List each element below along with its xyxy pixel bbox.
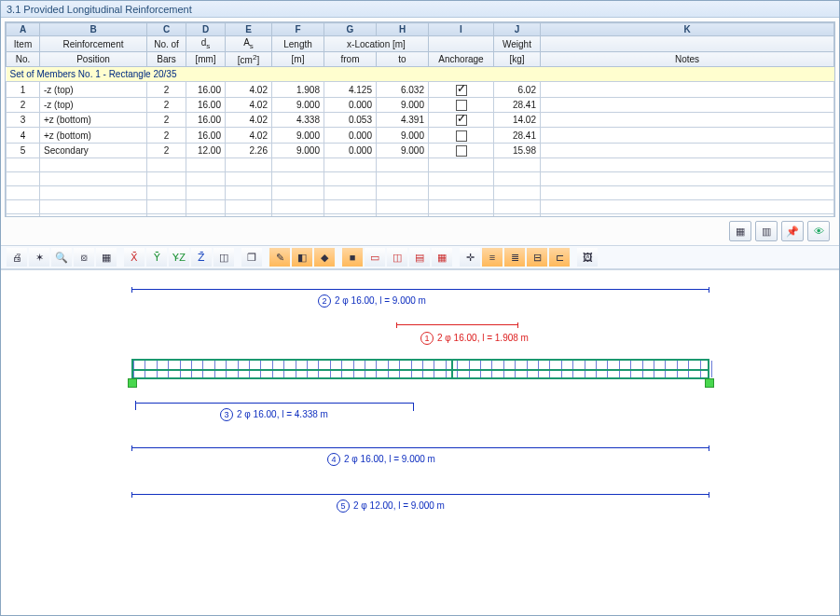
- cell-to[interactable]: 9.000: [377, 97, 429, 112]
- col-letter[interactable]: B: [40, 23, 147, 36]
- col-letter[interactable]: K: [541, 23, 834, 36]
- col-letter[interactable]: A: [7, 23, 40, 36]
- cell-len[interactable]: 9.000: [272, 143, 324, 157]
- cell-from[interactable]: 0.000: [324, 97, 377, 112]
- cell-no[interactable]: 1: [7, 82, 40, 97]
- axis-yz-button[interactable]: Y̵Z: [169, 248, 189, 267]
- section-view-button[interactable]: ■: [342, 248, 363, 267]
- cell-weight[interactable]: 28.41: [494, 97, 541, 112]
- col-letter[interactable]: I: [429, 23, 494, 36]
- section-row[interactable]: Set of Members No. 1 - Rectangle 20/35: [7, 67, 834, 82]
- cell-no[interactable]: 2: [7, 97, 40, 112]
- bar-button-4[interactable]: ⊏: [549, 248, 570, 267]
- print-button[interactable]: 🖨: [7, 248, 27, 267]
- cell-pos[interactable]: +z (bottom): [40, 128, 147, 143]
- cell-len[interactable]: 4.338: [272, 113, 324, 128]
- cell-as[interactable]: 2.26: [226, 143, 272, 157]
- filter-button[interactable]: ▥: [755, 221, 778, 241]
- col-letter[interactable]: D: [186, 23, 226, 36]
- col-letter[interactable]: H: [377, 23, 429, 36]
- cell-from[interactable]: 0.053: [324, 113, 377, 128]
- cell-to[interactable]: 4.391: [377, 113, 429, 128]
- anchorage-checkbox[interactable]: [456, 115, 467, 126]
- pin-button[interactable]: 📌: [781, 221, 804, 241]
- cell-ds[interactable]: 16.00: [186, 113, 226, 128]
- cell-ds[interactable]: 16.00: [186, 128, 226, 143]
- cell-anchorage[interactable]: [429, 97, 494, 112]
- mode-button-1[interactable]: ✎: [269, 248, 290, 267]
- cell-bars[interactable]: 2: [147, 143, 186, 157]
- cell-notes[interactable]: [541, 143, 834, 157]
- diagram-viewport[interactable]: 22 φ 16.00, l = 9.000 m 12 φ 16.00, l = …: [1, 269, 839, 615]
- cell-pos[interactable]: +z (bottom): [40, 113, 147, 128]
- view-button[interactable]: 👁: [807, 221, 830, 241]
- cell-notes[interactable]: [541, 97, 834, 112]
- cell-as[interactable]: 4.02: [226, 113, 272, 128]
- cell-ds[interactable]: 16.00: [186, 82, 226, 97]
- render-button[interactable]: 🖼: [577, 248, 598, 267]
- cell-from[interactable]: 0.000: [324, 128, 377, 143]
- cell-len[interactable]: 9.000: [272, 97, 324, 112]
- cell-bars[interactable]: 2: [147, 128, 186, 143]
- cell-pos[interactable]: -z (top): [40, 97, 147, 112]
- cell-as[interactable]: 4.02: [226, 128, 272, 143]
- col-letter[interactable]: J: [494, 23, 541, 36]
- cell-len[interactable]: 1.908: [272, 82, 324, 97]
- axis-y-button[interactable]: Ȳ: [146, 248, 167, 267]
- cell-no[interactable]: 5: [7, 143, 40, 157]
- export-button[interactable]: ▦: [729, 221, 751, 241]
- cell-notes[interactable]: [541, 82, 834, 97]
- cell-anchorage[interactable]: [429, 143, 494, 157]
- cell-len[interactable]: 9.000: [272, 128, 324, 143]
- mode-button-3[interactable]: ◆: [314, 248, 335, 267]
- iso-button[interactable]: ◫: [213, 248, 234, 267]
- cell-weight[interactable]: 6.02: [494, 82, 541, 97]
- cell-to[interactable]: 9.000: [377, 143, 429, 157]
- cell-to[interactable]: 6.032: [377, 82, 429, 97]
- cell-weight[interactable]: 15.98: [494, 143, 541, 157]
- layout-button-3[interactable]: ▤: [409, 248, 430, 267]
- bar-button-1[interactable]: ≡: [482, 248, 503, 267]
- table-row[interactable]: 2-z (top)216.004.029.0000.0009.00028.41: [7, 97, 834, 112]
- cell-to[interactable]: 9.000: [377, 128, 429, 143]
- cell-anchorage[interactable]: [429, 128, 494, 143]
- cell-as[interactable]: 4.02: [226, 82, 272, 97]
- table-row[interactable]: 4+z (bottom)216.004.029.0000.0009.00028.…: [7, 128, 834, 143]
- col-letter[interactable]: G: [324, 23, 377, 36]
- anchorage-checkbox[interactable]: [456, 100, 467, 111]
- bar-button-2[interactable]: ≣: [504, 248, 525, 267]
- zoom-reset-button[interactable]: ⦻: [74, 248, 94, 267]
- layout-button-2[interactable]: ◫: [387, 248, 407, 267]
- cell-pos[interactable]: -z (top): [40, 82, 147, 97]
- cell-anchorage[interactable]: [429, 82, 494, 97]
- zoom-button[interactable]: 🔍: [51, 248, 72, 267]
- tool-button[interactable]: ✶: [29, 248, 49, 267]
- cell-from[interactable]: 0.000: [324, 143, 377, 157]
- cell-bars[interactable]: 2: [147, 97, 186, 112]
- table-scroll[interactable]: A B C D E F G H I J K Item Reinforcement…: [5, 21, 835, 217]
- cell-notes[interactable]: [541, 113, 834, 128]
- cell-bars[interactable]: 2: [147, 82, 186, 97]
- copy-button[interactable]: ❐: [241, 248, 262, 267]
- cell-weight[interactable]: 28.41: [494, 128, 541, 143]
- cell-ds[interactable]: 16.00: [186, 97, 226, 112]
- cell-from[interactable]: 4.125: [324, 82, 377, 97]
- cell-as[interactable]: 4.02: [226, 97, 272, 112]
- layout-button-4[interactable]: ▦: [432, 248, 452, 267]
- cell-bars[interactable]: 2: [147, 113, 186, 128]
- grid-button[interactable]: ▦: [96, 248, 117, 267]
- cell-weight[interactable]: 14.02: [494, 113, 541, 128]
- table-row[interactable]: 1-z (top)216.004.021.9084.1256.0326.02: [7, 82, 834, 97]
- col-letter[interactable]: C: [147, 23, 186, 36]
- bar-button-3[interactable]: ⊟: [527, 248, 547, 267]
- mode-button-2[interactable]: ◧: [292, 248, 312, 267]
- cell-anchorage[interactable]: [429, 113, 494, 128]
- cell-no[interactable]: 3: [7, 113, 40, 128]
- layout-button-1[interactable]: ▭: [365, 248, 385, 267]
- table-row[interactable]: 3+z (bottom)216.004.024.3380.0534.39114.…: [7, 113, 834, 128]
- anchorage-checkbox[interactable]: [456, 85, 467, 96]
- cell-ds[interactable]: 12.00: [186, 143, 226, 157]
- reinforcement-table[interactable]: A B C D E F G H I J K Item Reinforcement…: [6, 22, 834, 217]
- axis-z-button[interactable]: Z̄: [191, 248, 212, 267]
- axis-x-button[interactable]: X̄: [124, 248, 145, 267]
